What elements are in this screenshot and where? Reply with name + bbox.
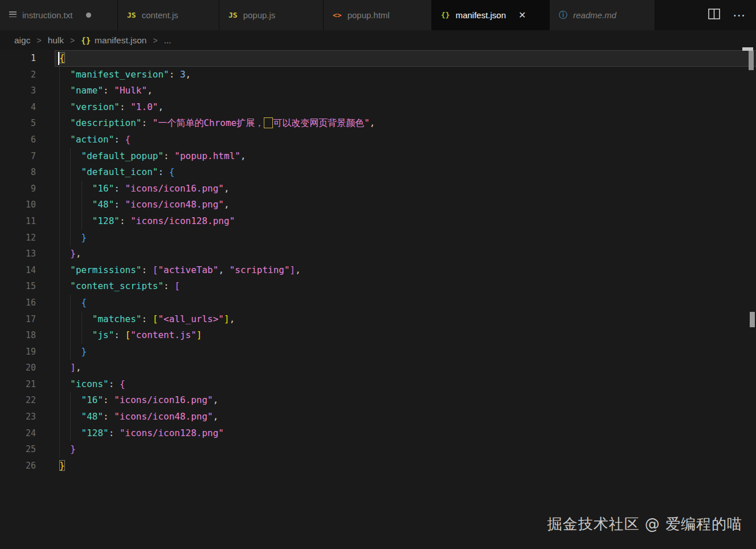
code-line-content[interactable]: "action": { [55,132,756,148]
token: : [142,117,153,128]
token: } [81,232,87,243]
token [59,379,70,389]
json-icon: {} [81,36,91,45]
tab-popup-html[interactable]: <>popup.html [324,0,432,30]
more-actions-icon[interactable]: ⋯ [733,12,746,18]
token: "128" [92,215,120,226]
token: "1.0" [130,101,158,112]
code-line-content[interactable]: "description": "一个简单的Chrome扩展， 可以改变网页背景颜… [55,115,756,132]
token: , [213,411,219,422]
token: "icons/icon16.png" [114,395,213,405]
code-line-content[interactable]: } [55,344,756,360]
code-line-content[interactable]: } [55,458,756,474]
code-line-content[interactable]: } [55,230,756,246]
token: "action" [70,134,114,145]
token: "default_popup" [81,151,164,161]
line-number: 14 [0,262,36,279]
editor-actions: ⋯ [698,0,756,30]
tab-instruction-txt[interactable]: instruction.txt [0,0,118,30]
code-line-5: 5 "description": "一个简单的Chrome扩展， 可以改变网页背… [0,115,756,132]
tab-readme-md[interactable]: ⓘreadme.md [550,0,655,30]
code-line-4: 4 "version": "1.0", [0,99,756,116]
code-line-7: 7 "default_popup": "popup.html", [0,148,756,165]
watermark-text: 掘金技术社区 @ 爱编程的喵 [547,514,742,534]
code-line-20: 20 ], [0,360,756,376]
tab-popup-js[interactable]: JSpopup.js [219,0,324,30]
breadcrumb-item-aigc[interactable]: aigc [14,35,30,46]
token: "js" [92,330,115,340]
code-line-content[interactable]: ], [55,360,756,376]
breadcrumb-label: ... [164,35,171,46]
code-line-content[interactable]: "name": "Hulk", [55,83,756,99]
split-editor-icon[interactable] [708,9,720,22]
token: "icons/icon48.png" [125,199,224,210]
token: "128" [81,428,109,438]
tab-label: popup.js [243,10,276,20]
scrollbar-thumb[interactable] [749,51,754,70]
code-line-content[interactable]: "16": "icons/icon16.png", [55,392,756,409]
json-icon: {} [441,11,450,19]
token [59,117,70,128]
code-line-23: 23 "48": "icons/icon48.png", [0,409,756,425]
breadcrumb: aigc>hulk>{}manifest.json>... [0,30,756,50]
token [59,411,81,422]
line-number: 6 [0,132,36,148]
token: : [164,151,174,161]
code-line-19: 19 } [0,344,756,360]
code-line-content[interactable]: { [55,295,756,311]
token: "permissions" [70,265,141,275]
line-number: 21 [0,376,36,393]
code-line-content[interactable]: "permissions": ["activeTab", "scripting"… [55,262,756,279]
code-line-content[interactable]: "48": "icons/icon48.png", [55,197,756,213]
token [59,215,92,226]
code-line-11: 11 "128": "icons/icon128.png" [0,213,756,230]
breadcrumb-item--[interactable]: ... [164,35,171,46]
code-line-content[interactable]: "16": "icons/icon16.png", [55,181,756,197]
line-number: 3 [0,83,36,99]
line-number: 1 [0,50,36,67]
code-line-content[interactable]: "matches": ["<all_urls>"], [55,311,756,328]
code-line-content[interactable]: "js": ["content.js"] [55,327,756,344]
code-line-content[interactable]: "version": "1.0", [55,99,756,116]
code-line-content[interactable]: "48": "icons/icon48.png", [55,409,756,425]
code-line-2: 2 "manifest_version": 3, [0,67,756,83]
token: "activeTab" [158,265,218,275]
code-line-content[interactable]: } [55,441,756,458]
token: "manifest_version" [70,69,169,80]
token: "scripting" [230,265,290,275]
code-line-6: 6 "action": { [0,132,756,148]
code-line-content[interactable]: { [55,50,756,67]
line-number: 26 [0,458,36,474]
code-line-content[interactable]: "128": "icons/icon128.png" [55,213,756,230]
token: : [158,166,169,177]
code-line-content[interactable]: }, [55,246,756,262]
tab-content-js[interactable]: JScontent.js [118,0,219,30]
code-line-content[interactable]: "128": "icons/icon128.png" [55,425,756,442]
code-line-content[interactable]: "default_popup": "popup.html", [55,148,756,165]
code-line-content[interactable]: "content_scripts": [ [55,278,756,295]
token: : [120,101,130,112]
html-icon: <> [333,11,342,19]
token [59,444,70,454]
breadcrumb-item-hulk[interactable]: hulk [48,35,64,46]
line-number: 18 [0,327,36,344]
token: : [114,330,125,340]
line-number: 5 [0,115,36,132]
token: , [158,101,164,112]
code-line-content[interactable]: "default_icon": { [55,164,756,181]
code-editor[interactable]: 1{2 "manifest_version": 3,3 "name": "Hul… [0,50,756,549]
token: "name" [70,85,103,96]
tab-manifest-json[interactable]: {}manifest.json✕ [432,0,550,30]
editor-tab-bar: instruction.txtJScontent.jsJSpopup.js<>p… [0,0,756,30]
code-line-content[interactable]: "icons": { [55,376,756,393]
token: "popup.html" [174,151,240,161]
close-tab-icon[interactable]: ✕ [518,11,526,20]
token: : [103,395,114,405]
token [59,265,70,275]
line-number: 25 [0,441,36,458]
code-line-content[interactable]: "manifest_version": 3, [55,67,756,83]
token: , [230,314,235,324]
token: "icons" [70,379,108,389]
token: { [81,297,87,308]
breadcrumb-item-manifest-json[interactable]: {}manifest.json [81,35,146,46]
